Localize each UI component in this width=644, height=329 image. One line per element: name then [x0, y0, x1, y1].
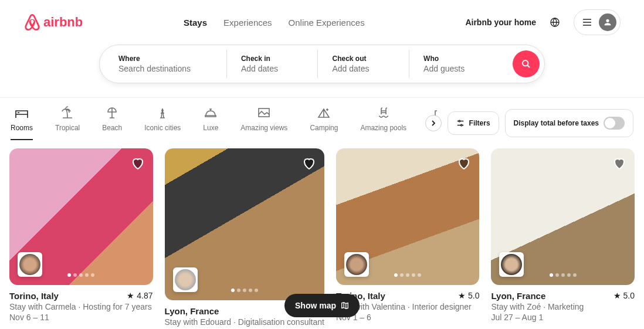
image-dots: [231, 289, 258, 292]
svg-point-1: [523, 60, 528, 66]
frame-icon: [257, 106, 271, 120]
search-where[interactable]: Where Search destinations: [104, 50, 227, 78]
listing-location: Torino, Italy: [9, 291, 59, 301]
listing-location: Lyon, France: [491, 291, 545, 301]
heart-icon: [457, 157, 471, 171]
listing-host-info: Stay with Carmela · Hosting for 7 years: [9, 302, 153, 311]
search-button[interactable]: [513, 50, 540, 77]
tax-toggle-label: Display total before taxes: [514, 119, 599, 127]
host-avatar: [499, 252, 524, 277]
wishlist-button[interactable]: [131, 157, 145, 173]
language-button[interactable]: [545, 13, 564, 32]
tab-online-experiences[interactable]: Online Experiences: [289, 18, 365, 28]
checkin-label: Check in: [241, 55, 304, 63]
host-your-home-link[interactable]: Airbnb your home: [465, 18, 536, 27]
listing-rating: ★ 5.0: [458, 291, 479, 301]
palm-icon: [60, 106, 74, 120]
search-who[interactable]: Who Add guests: [409, 50, 513, 78]
listing-location: Lyon, France: [165, 306, 219, 316]
listing-dates: Nov 1 – 6: [336, 313, 480, 322]
cloche-icon: [204, 106, 218, 120]
search-checkout[interactable]: Check out Add dates: [318, 50, 409, 78]
who-label: Who: [423, 55, 499, 63]
tax-toggle[interactable]: Display total before taxes: [505, 109, 633, 137]
filters-button[interactable]: Filters: [448, 111, 499, 135]
map-icon: [341, 301, 349, 310]
category-beach[interactable]: Beach: [102, 106, 122, 140]
host-avatar: [344, 252, 369, 277]
listing-image[interactable]: [165, 148, 324, 300]
chevron-right-icon: [431, 120, 436, 126]
image-dots: [550, 273, 577, 277]
listing-rating: ★ 4.87: [127, 291, 152, 301]
listing-image[interactable]: [336, 148, 480, 285]
listing-dates: Jul 27 – Aug 1: [491, 313, 635, 322]
listing-host-info: Stay with Zoé · Marketing: [491, 302, 635, 311]
category-rooms[interactable]: Rooms: [11, 106, 33, 140]
search-icon: [521, 59, 531, 69]
nav-tabs: Stays Experiences Online Experiences: [184, 18, 365, 28]
logo[interactable]: airbnb: [23, 13, 83, 32]
search-checkin[interactable]: Check in Add dates: [227, 50, 318, 78]
heart-icon: [302, 157, 316, 171]
image-dots: [394, 273, 421, 277]
umbrella-icon: [105, 106, 119, 120]
listing-dates: Nov 6 – 11: [9, 313, 153, 322]
listing-card[interactable]: Torino, Italy ★ 4.87 Stay with Carmela ·…: [9, 148, 153, 329]
checkout-label: Check out: [332, 55, 395, 63]
globe-icon: [550, 18, 560, 27]
checkin-placeholder: Add dates: [241, 64, 304, 73]
category-label: Amazing views: [240, 124, 287, 132]
category-label: Rooms: [11, 124, 33, 132]
show-map-button[interactable]: Show map: [284, 294, 360, 317]
wishlist-button[interactable]: [612, 157, 626, 173]
tent-icon: [317, 106, 331, 120]
category-scroller[interactable]: Rooms Tropical Beach Iconic cities Luxe …: [11, 106, 437, 140]
search-bar: Where Search destinations Check in Add d…: [99, 45, 545, 83]
listing-host-info: Stay with Edouard · Digitalisation consu…: [165, 317, 324, 327]
tab-stays[interactable]: Stays: [184, 18, 207, 28]
where-label: Where: [118, 55, 212, 63]
toggle-switch[interactable]: [604, 117, 625, 130]
host-avatar: [18, 252, 42, 277]
category-tropical[interactable]: Tropical: [55, 106, 80, 140]
wishlist-button[interactable]: [457, 157, 471, 173]
user-menu[interactable]: [574, 9, 621, 35]
tab-experiences[interactable]: Experiences: [223, 18, 272, 28]
category-luxe[interactable]: Luxe: [203, 106, 218, 140]
svg-point-4: [460, 124, 462, 126]
category-amazing-views[interactable]: Amazing views: [240, 106, 287, 140]
host-avatar: [173, 267, 198, 292]
category-label: Camping: [310, 124, 338, 132]
who-placeholder: Add guests: [423, 64, 499, 73]
category-camping[interactable]: Camping: [310, 106, 338, 140]
bed-icon: [15, 106, 29, 120]
heart-icon: [131, 157, 145, 171]
where-placeholder: Search destinations: [118, 64, 212, 73]
listing-image[interactable]: [9, 148, 153, 285]
listing-rating: ★ 5.0: [614, 291, 635, 301]
tower-icon: [155, 106, 170, 120]
category-label: Tropical: [55, 124, 80, 132]
category-label: Luxe: [203, 124, 218, 132]
show-map-label: Show map: [295, 301, 336, 310]
category-next-button[interactable]: [425, 115, 442, 131]
sliders-icon: [456, 119, 465, 127]
listing-image[interactable]: [491, 148, 635, 285]
category-label: Amazing pools: [360, 124, 406, 132]
checkout-placeholder: Add dates: [332, 64, 395, 73]
listing-card[interactable]: Lyon, France ★ 5.0 Stay with Zoé · Marke…: [491, 148, 635, 329]
avatar-icon: [599, 13, 616, 31]
image-dots: [67, 273, 94, 277]
heart-icon: [612, 157, 626, 171]
brand-name: airbnb: [43, 15, 83, 30]
filters-label: Filters: [469, 119, 490, 127]
wishlist-button[interactable]: [302, 157, 316, 173]
category-label: Iconic cities: [144, 124, 181, 132]
category-label: Beach: [102, 124, 122, 132]
svg-point-3: [459, 120, 460, 122]
category-iconic-cities[interactable]: Iconic cities: [144, 106, 181, 140]
pool-icon: [377, 106, 391, 120]
hamburger-icon: [582, 18, 592, 27]
category-amazing-pools[interactable]: Amazing pools: [360, 106, 406, 140]
